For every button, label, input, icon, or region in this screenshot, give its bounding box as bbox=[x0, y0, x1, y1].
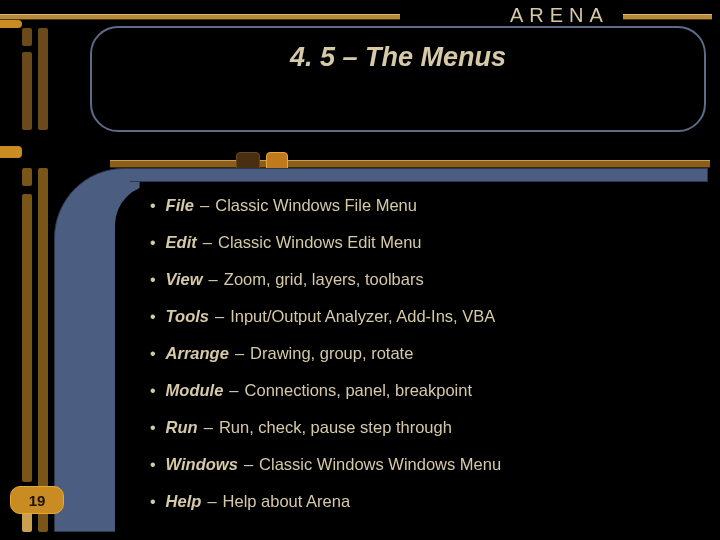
bullet-icon: • bbox=[150, 307, 156, 327]
menu-name: View bbox=[166, 269, 203, 290]
menu-desc: Classic Windows File Menu bbox=[215, 195, 417, 216]
menu-desc: Zoom, grid, layers, toolbars bbox=[224, 269, 424, 290]
menu-name: Run bbox=[166, 417, 198, 438]
header-rule-left bbox=[0, 14, 400, 20]
bullet-icon: • bbox=[150, 418, 156, 438]
lcars-elbow bbox=[54, 168, 140, 532]
menu-name: File bbox=[166, 195, 194, 216]
bullet-icon: • bbox=[150, 381, 156, 401]
menu-name: Tools bbox=[166, 306, 209, 327]
divider-row bbox=[0, 138, 720, 172]
page-number-value: 19 bbox=[29, 492, 46, 509]
lcars-elbow-top bbox=[130, 168, 708, 182]
menu-desc: Input/Output Analyzer, Add-Ins, VBA bbox=[230, 306, 495, 327]
bullet-icon: • bbox=[150, 270, 156, 290]
menu-name: Windows bbox=[166, 454, 238, 475]
menu-desc: Drawing, group, rotate bbox=[250, 343, 413, 364]
menu-name: Help bbox=[166, 491, 202, 512]
menu-desc: Run, check, pause step through bbox=[219, 417, 452, 438]
slide-title: 4. 5 – The Menus bbox=[290, 42, 506, 73]
bullet-icon: • bbox=[150, 344, 156, 364]
bullet-icon: • bbox=[150, 196, 156, 216]
menu-list: • File – Classic Windows File Menu • Edi… bbox=[150, 195, 702, 528]
list-item: • File – Classic Windows File Menu bbox=[150, 195, 702, 216]
menu-desc: Help about Arena bbox=[223, 491, 351, 512]
menu-name: Edit bbox=[166, 232, 197, 253]
list-item: • Tools – Input/Output Analyzer, Add-Ins… bbox=[150, 306, 702, 327]
side-rails-title bbox=[22, 28, 72, 130]
menu-desc: Connections, panel, breakpoint bbox=[245, 380, 473, 401]
list-item: • Windows – Classic Windows Windows Menu bbox=[150, 454, 702, 475]
menu-name: Module bbox=[166, 380, 224, 401]
bullet-icon: • bbox=[150, 455, 156, 475]
bullet-icon: • bbox=[150, 233, 156, 253]
list-item: • Module – Connections, panel, breakpoin… bbox=[150, 380, 702, 401]
menu-name: Arrange bbox=[166, 343, 229, 364]
list-item: • View – Zoom, grid, layers, toolbars bbox=[150, 269, 702, 290]
header-rule-right bbox=[623, 14, 712, 20]
brand-label: ARENA bbox=[510, 4, 609, 27]
list-item: • Edit – Classic Windows Edit Menu bbox=[150, 232, 702, 253]
list-item: • Arrange – Drawing, group, rotate bbox=[150, 343, 702, 364]
page-number: 19 bbox=[10, 486, 64, 514]
accent-stub-top bbox=[0, 20, 22, 28]
list-item: • Help – Help about Arena bbox=[150, 491, 702, 512]
list-item: • Run – Run, check, pause step through bbox=[150, 417, 702, 438]
menu-desc: Classic Windows Edit Menu bbox=[218, 232, 422, 253]
title-panel: 4. 5 – The Menus bbox=[90, 26, 706, 132]
menu-desc: Classic Windows Windows Menu bbox=[259, 454, 501, 475]
header-bar: ARENA bbox=[0, 8, 720, 26]
bullet-icon: • bbox=[150, 492, 156, 512]
